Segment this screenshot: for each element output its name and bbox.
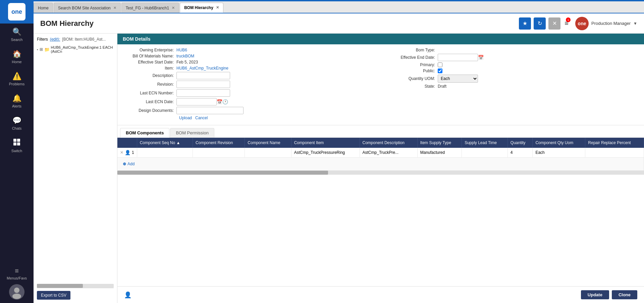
- effective-start-value: Feb 5, 2023: [176, 60, 198, 64]
- cell-item: AstCmp_TruckPressureRing: [291, 148, 360, 158]
- page-header: BOM Hierarchy ★ ↻ ✕ ≡ 1 one Production M…: [34, 13, 644, 34]
- sidebar-item-label: Problems: [9, 82, 24, 86]
- row-delete-icon[interactable]: ✕: [120, 150, 123, 155]
- revision-input[interactable]: [176, 81, 230, 88]
- tab-close-icon[interactable]: ✕: [113, 6, 116, 10]
- col-repair-replace[interactable]: Repair Replace Percent: [585, 138, 644, 148]
- footer-user-icon-button[interactable]: 👤: [124, 291, 131, 299]
- home-icon: 🏠: [12, 50, 21, 58]
- bom-name-value[interactable]: truckBOM: [176, 54, 194, 58]
- sidebar-bottom: [9, 284, 24, 303]
- tab-home[interactable]: Home: [34, 3, 53, 13]
- scrollbar-thumb: [37, 284, 83, 288]
- add-row-container[interactable]: ⊕ Add: [120, 160, 641, 168]
- chat-icon: 💬: [12, 116, 21, 125]
- notification-badge: 1: [566, 17, 571, 22]
- avatar[interactable]: [9, 284, 24, 300]
- favorite-button[interactable]: ★: [519, 17, 531, 30]
- export-csv-button[interactable]: Export to CSV: [37, 291, 70, 300]
- upload-link[interactable]: Upload: [179, 116, 192, 120]
- primary-checkbox[interactable]: [438, 62, 442, 67]
- cell-seq-no: [137, 148, 193, 158]
- search-icon: 🔍: [12, 28, 21, 36]
- table-row: ✕ 👤 1 AstCmp_TruckPressureRing AstCmp_Tr: [117, 148, 644, 158]
- filter-edit-link[interactable]: (edit):: [50, 37, 60, 42]
- upload-actions-row: Upload Cancel: [179, 116, 377, 120]
- svg-point-6: [12, 294, 21, 299]
- sidebar-item-chats[interactable]: 💬 Chats: [0, 112, 34, 134]
- row-user-icon[interactable]: 👤: [125, 150, 130, 155]
- state-label: State:: [384, 84, 438, 89]
- bom-type-row: Bom Type:: [384, 48, 639, 52]
- description-input[interactable]: [176, 72, 230, 79]
- update-button[interactable]: Update: [581, 290, 609, 299]
- components-table: Component Seq No ▲ Component Revision Co…: [117, 138, 644, 171]
- tab-bom-hierarchy[interactable]: BOM Hierarchy ✕: [180, 3, 223, 13]
- table-horizontal-scrollbar[interactable]: [117, 171, 644, 175]
- filter-text: [BOM: Item:HUB6_Ast...: [62, 37, 106, 42]
- col-revision[interactable]: Component Revision: [193, 138, 245, 148]
- col-seq-no[interactable]: Component Seq No ▲: [137, 138, 193, 148]
- sidebar-item-switch[interactable]: Switch: [0, 134, 34, 157]
- quantity-uom-select[interactable]: Each: [438, 75, 478, 83]
- tree-toggle-icon: ⊞: [40, 47, 43, 52]
- tree-expand-icon: ▪: [37, 48, 38, 51]
- col-item[interactable]: Component Item: [291, 138, 360, 148]
- tab-label: Search BOM Site Association: [58, 6, 111, 10]
- effective-end-calendar-icon[interactable]: 📅: [478, 55, 484, 60]
- revision-row: Revision:: [123, 81, 377, 88]
- last-ecn-number-label: Last ECN Number:: [123, 91, 176, 95]
- sidebar-item-home[interactable]: 🏠 Home: [0, 46, 34, 68]
- horizontal-scrollbar[interactable]: [37, 284, 114, 288]
- last-ecn-date-label: Last ECN Date:: [123, 99, 176, 104]
- sidebar-item-alerts[interactable]: 🔔 Alerts: [0, 90, 34, 112]
- owning-enterprise-value[interactable]: HUB6: [176, 48, 187, 52]
- col-name[interactable]: Component Name: [245, 138, 291, 148]
- description-row: Description:: [123, 72, 377, 79]
- user-dropdown-button[interactable]: ▼: [633, 21, 637, 26]
- svg-rect-3: [17, 142, 20, 145]
- last-ecn-date-clock-icon[interactable]: 🕐: [222, 99, 228, 104]
- sidebar-item-label: Search: [11, 38, 23, 42]
- state-row: State: Draft: [384, 84, 639, 89]
- last-ecn-date-input[interactable]: [176, 98, 217, 105]
- bell-icon: 🔔: [12, 94, 21, 103]
- row-actions-cell: ✕ 👤 1: [117, 148, 137, 158]
- tree-folder-icon: 📁: [44, 47, 50, 52]
- last-ecn-number-row: Last ECN Number:: [123, 89, 377, 97]
- table-scrollbar-thumb: [117, 171, 328, 175]
- col-supply-type[interactable]: Item Supply Type: [417, 138, 462, 148]
- tab-test-fg[interactable]: Test_FG - Hub6Branch1 ✕: [121, 3, 179, 13]
- tree-item[interactable]: ▪ ⊞ 📁 HUB6_AstCmp_TruckEngine:1 EACH (As…: [37, 44, 114, 54]
- close-page-button[interactable]: ✕: [548, 17, 560, 30]
- tab-search-bom[interactable]: Search BOM Site Association ✕: [54, 3, 121, 13]
- filters-bar: Filters (edit): [BOM: Item:HUB6_Ast...: [37, 37, 114, 42]
- clone-button[interactable]: Clone: [612, 290, 637, 299]
- cell-revision: [193, 148, 245, 158]
- sidebar-item-menus[interactable]: ≡ Menus/Favs: [0, 263, 34, 284]
- add-row: ⊕ Add: [117, 158, 644, 171]
- col-qty-uom[interactable]: Component Qty Uom: [533, 138, 585, 148]
- upload-area: [176, 107, 244, 114]
- effective-end-input[interactable]: [438, 54, 478, 61]
- sidebar-item-search[interactable]: 🔍 Search: [0, 24, 34, 46]
- menu-button[interactable]: ≡ 1: [563, 18, 570, 29]
- tab-bom-permission[interactable]: BOM Permission: [170, 128, 214, 137]
- right-panel: BOM Details Owning Enterprise: HUB6 Bill…: [117, 34, 644, 303]
- col-lead-time[interactable]: Supply Lead Time: [462, 138, 508, 148]
- tab-bom-components[interactable]: BOM Components: [120, 128, 169, 138]
- tab-close-icon[interactable]: ✕: [216, 5, 219, 10]
- last-ecn-date-calendar-icon[interactable]: 📅: [217, 99, 222, 104]
- design-documents-input[interactable]: [176, 107, 244, 114]
- refresh-button[interactable]: ↻: [534, 17, 546, 30]
- cancel-link[interactable]: Cancel: [195, 116, 208, 120]
- col-description[interactable]: Component Description: [360, 138, 417, 148]
- public-checkbox[interactable]: [438, 69, 442, 73]
- main-content: Home Search BOM Site Association ✕ Test_…: [34, 0, 644, 303]
- sidebar-item-problems[interactable]: ⚠️ Problems: [0, 68, 34, 90]
- col-quantity[interactable]: Quantity: [507, 138, 533, 148]
- bom-details-section: BOM Details Owning Enterprise: HUB6 Bill…: [117, 34, 644, 125]
- last-ecn-number-input[interactable]: [176, 89, 230, 97]
- item-value[interactable]: HUB6_AstCmp_TruckEngine: [176, 66, 228, 71]
- tab-close-icon[interactable]: ✕: [172, 6, 175, 10]
